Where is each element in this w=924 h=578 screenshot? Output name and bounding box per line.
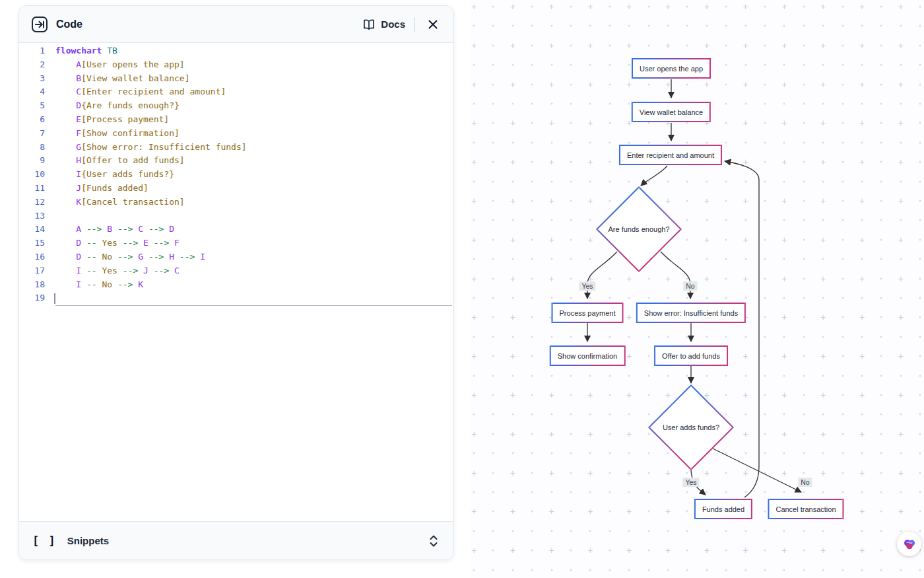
line-number: 16 [19, 250, 51, 264]
line-number: 4 [19, 85, 51, 99]
line-number: 15 [19, 236, 51, 250]
line-number: 11 [19, 182, 51, 196]
docs-button[interactable]: Docs [362, 18, 405, 31]
code-line: 14 A --> B --> C --> D [19, 223, 453, 236]
snippets-label: Snippets [67, 535, 109, 546]
edge-label-yes-2: Yes [682, 478, 699, 487]
close-button[interactable] [424, 16, 442, 33]
code-line: 6 E[Process payment] [19, 113, 453, 127]
code-editor[interactable]: 1flowchart TB2 A[User opens the app]3 B[… [19, 43, 453, 521]
code-lines: 1flowchart TB2 A[User opens the app]3 B[… [19, 44, 453, 305]
flow-node-B: View wallet balance [632, 102, 711, 122]
code-line: 8 G[Show error: Insufficient funds] [19, 141, 453, 155]
code-line: 11 J[Funds added] [19, 182, 453, 196]
flow-node-G: Show error: Insufficient funds [636, 303, 746, 323]
line-number: 13 [19, 209, 51, 223]
expand-collapse-button[interactable] [427, 534, 440, 548]
flow-node-K: Cancel transaction [768, 499, 843, 519]
line-number: 9 [19, 154, 51, 168]
code-panel-header: Code Docs [19, 6, 453, 43]
flow-node-F: Show confirmation [550, 345, 626, 366]
edge-label-no-2: No [798, 478, 812, 487]
code-line: 10 I{User adds funds?} [19, 168, 453, 182]
line-number: 10 [19, 168, 51, 182]
snippets-bar[interactable]: [ ] Snippets [19, 521, 453, 560]
code-line: 3 B[View wallet balance] [19, 72, 453, 86]
header-divider [414, 17, 415, 32]
code-line: 18 I -- No --> K [19, 278, 453, 292]
code-line: 4 C[Enter recipient and amount] [19, 85, 453, 99]
line-number: 18 [19, 278, 51, 292]
flow-node-E: Process payment [552, 303, 624, 323]
snippets-icon: [ ] [32, 534, 57, 548]
flow-node-H: Offer to add funds [654, 345, 728, 366]
flow-diamond-I-label: User adds funds? [663, 423, 719, 431]
diagram-pane[interactable]: ++++++++++++++++++++++++++++++++++++++++… [470, 0, 924, 578]
flow-node-C: Enter recipient and amount [619, 145, 722, 165]
flow-diamond-D-label: Are funds enough? [609, 225, 670, 233]
code-line: 15 D -- Yes --> E --> F [19, 236, 453, 250]
line-number: 5 [19, 99, 51, 113]
code-line: 1flowchart TB [19, 44, 453, 58]
line-number: 12 [19, 196, 51, 209]
code-line: 7 F[Show confirmation] [19, 127, 453, 141]
line-number: 6 [19, 113, 51, 127]
code-line: 16 D -- No --> G --> H --> I [19, 250, 453, 264]
flow-node-J: Funds added [694, 499, 752, 519]
line-number: 2 [19, 58, 51, 72]
edge-label-yes-1: Yes [579, 281, 595, 291]
code-line: 19 [19, 291, 453, 305]
brain-icon [902, 537, 917, 552]
text-caret [54, 293, 55, 304]
code-panel-icon [31, 16, 48, 33]
docs-label: Docs [381, 18, 405, 30]
panel-title: Code [56, 18, 82, 30]
edge-label-no-1: No [683, 281, 697, 291]
code-line: 9 H[Offer to add funds] [19, 154, 453, 168]
code-line: 17 I -- Yes --> J --> C [19, 264, 453, 278]
book-icon [362, 18, 376, 31]
assistant-button[interactable] [897, 532, 921, 556]
line-number: 1 [19, 44, 51, 58]
line-number: 8 [19, 141, 51, 155]
flow-node-A: User opens the app [632, 58, 711, 79]
code-line: 5 D{Are funds enough?} [19, 99, 453, 113]
active-line-rule [55, 305, 452, 306]
code-line: 12 K[Cancel transaction] [19, 196, 453, 209]
code-panel: Code Docs 1flowchart TB2 A[User opens th… [18, 5, 454, 560]
line-number: 17 [19, 264, 51, 278]
line-number: 19 [19, 291, 51, 305]
code-line: 13 [19, 209, 453, 223]
line-number: 3 [19, 72, 51, 86]
line-number: 7 [19, 127, 51, 141]
code-line: 2 A[User opens the app] [19, 58, 453, 72]
line-number: 14 [19, 223, 51, 236]
